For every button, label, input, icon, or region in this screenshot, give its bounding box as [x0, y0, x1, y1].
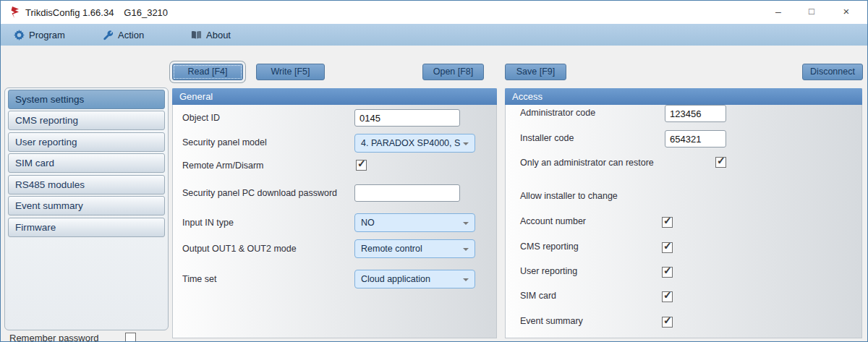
- object-id-label: Object ID: [182, 113, 220, 123]
- pc-download-password-input[interactable]: [354, 184, 460, 202]
- event-summary-label: Event summary: [520, 316, 583, 326]
- save-button[interactable]: Save [F9]: [505, 64, 566, 80]
- sidebar: System settings CMS reporting User repor…: [4, 87, 169, 330]
- remote-arm-disarm-label: Remote Arm/Disarm: [182, 161, 264, 171]
- device-name: G16_3210: [124, 7, 168, 18]
- time-set-select[interactable]: Cloud application: [354, 270, 475, 288]
- only-admin-restore-checkbox[interactable]: [715, 157, 726, 168]
- output-mode-label: Output OUT1 & OUT2 mode: [182, 244, 297, 254]
- allow-installer-change-label: Allow installer to change: [520, 191, 618, 201]
- gear-icon: [14, 30, 25, 40]
- installer-code-input[interactable]: [665, 130, 726, 148]
- sidebar-item-cms-reporting[interactable]: CMS reporting: [8, 111, 165, 130]
- general-section-header: General: [172, 88, 497, 105]
- app-window: TrikdisConfig 1.66.34G16_3210 – □ × Prog…: [0, 0, 868, 342]
- sidebar-item-event-summary[interactable]: Event summary: [8, 196, 165, 215]
- sidebar-item-firmware[interactable]: Firmware: [8, 218, 165, 237]
- menu-bar: Program Action About: [1, 24, 867, 46]
- general-section: General Object ID Security panel model 4…: [172, 88, 497, 338]
- minimize-button[interactable]: –: [766, 1, 791, 22]
- access-section: Access Administrator code Installer code…: [505, 88, 862, 338]
- chevron-down-icon: [463, 142, 469, 145]
- account-number-checkbox[interactable]: [662, 217, 673, 228]
- installer-code-label: Installer code: [520, 133, 574, 143]
- menu-about[interactable]: About: [191, 24, 231, 46]
- open-button[interactable]: Open [F8]: [422, 64, 484, 80]
- administrator-code-label: Administrator code: [520, 108, 595, 118]
- app-title: TrikdisConfig 1.66.34: [25, 7, 114, 18]
- output-mode-select[interactable]: Remote control: [354, 239, 475, 258]
- close-button[interactable]: ×: [834, 1, 859, 22]
- input-in-type-label: Input IN type: [182, 218, 234, 228]
- menu-action-label: Action: [118, 30, 144, 40]
- user-reporting-checkbox[interactable]: [662, 267, 673, 278]
- sidebar-item-system-settings[interactable]: System settings: [8, 90, 165, 109]
- remember-password-label: Remember password: [9, 333, 99, 342]
- sidebar-item-sim-card[interactable]: SIM card: [8, 153, 165, 173]
- cms-reporting-checkbox[interactable]: [662, 242, 673, 253]
- time-set-label: Time set: [182, 274, 216, 284]
- time-set-value: Cloud application: [361, 274, 430, 284]
- chevron-down-icon: [463, 222, 469, 225]
- disconnect-button[interactable]: Disconnect: [802, 64, 863, 80]
- cms-reporting-label: CMS reporting: [520, 241, 579, 252]
- administrator-code-input[interactable]: [665, 105, 726, 122]
- access-section-header: Access: [505, 88, 862, 105]
- output-mode-value: Remote control: [361, 244, 422, 254]
- window-title: TrikdisConfig 1.66.34G16_3210: [25, 7, 168, 18]
- chevron-down-icon: [463, 248, 469, 251]
- read-button[interactable]: Read [F4]: [172, 64, 243, 80]
- object-id-input[interactable]: [354, 109, 460, 127]
- security-panel-model-select[interactable]: 4. PARADOX SP4000, S: [354, 134, 475, 153]
- pc-download-password-label: Security panel PC download password: [182, 188, 337, 198]
- only-admin-restore-label: Only an administrator can restore: [520, 158, 654, 168]
- account-number-label: Account number: [520, 216, 586, 226]
- sim-card-checkbox[interactable]: [662, 291, 673, 302]
- sidebar-item-user-reporting[interactable]: User reporting: [8, 132, 165, 152]
- menu-action[interactable]: Action: [103, 24, 144, 46]
- security-panel-model-value: 4. PARADOX SP4000, S: [361, 138, 460, 148]
- write-button[interactable]: Write [F5]: [256, 64, 325, 80]
- maximize-button[interactable]: □: [799, 1, 824, 22]
- menu-about-label: About: [206, 30, 231, 40]
- event-summary-checkbox[interactable]: [662, 317, 673, 328]
- chevron-down-icon: [463, 278, 469, 281]
- user-reporting-label: User reporting: [520, 266, 577, 276]
- wrench-icon: [103, 30, 114, 40]
- sidebar-item-rs485-modules[interactable]: RS485 modules: [8, 175, 165, 194]
- input-in-type-select[interactable]: NO: [354, 213, 475, 232]
- title-bar: TrikdisConfig 1.66.34G16_3210 – □ ×: [1, 1, 867, 24]
- app-logo-icon: [10, 7, 20, 18]
- remote-arm-disarm-checkbox[interactable]: [356, 160, 367, 171]
- sim-card-label: SIM card: [520, 291, 556, 301]
- input-in-type-value: NO: [361, 218, 375, 228]
- book-icon: [191, 30, 202, 40]
- menu-program-label: Program: [29, 30, 65, 40]
- menu-program[interactable]: Program: [14, 24, 65, 46]
- security-panel-model-label: Security panel model: [182, 137, 267, 148]
- remember-password-checkbox[interactable]: [125, 333, 136, 342]
